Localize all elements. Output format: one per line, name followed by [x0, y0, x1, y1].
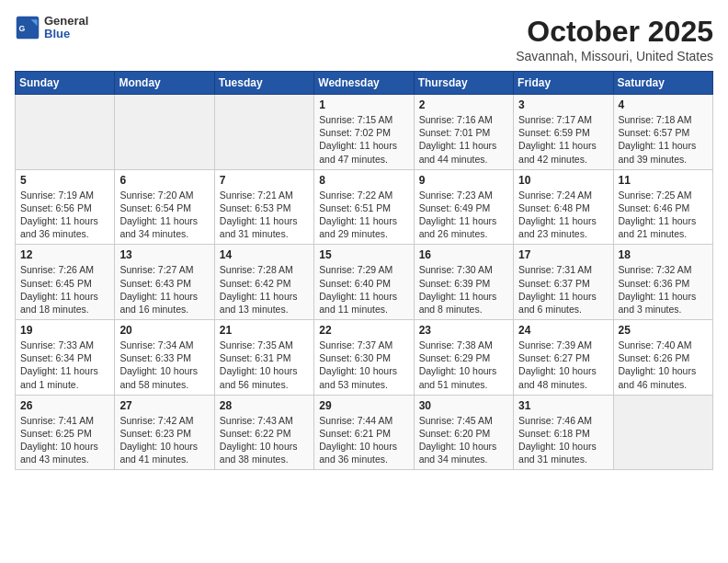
- calendar-week-3: 19Sunrise: 7:33 AM Sunset: 6:34 PM Dayli…: [16, 320, 713, 396]
- calendar-week-2: 12Sunrise: 7:26 AM Sunset: 6:45 PM Dayli…: [16, 245, 713, 320]
- calendar-cell: 5Sunrise: 7:19 AM Sunset: 6:56 PM Daylig…: [16, 169, 115, 245]
- calendar-cell: [115, 95, 214, 170]
- day-info: Sunrise: 7:15 AM Sunset: 7:02 PM Dayligh…: [319, 113, 408, 166]
- calendar-cell: 31Sunrise: 7:46 AM Sunset: 6:18 PM Dayli…: [514, 395, 613, 470]
- day-number: 27: [119, 399, 209, 412]
- calendar-cell: 28Sunrise: 7:43 AM Sunset: 6:22 PM Dayli…: [214, 395, 313, 470]
- day-info: Sunrise: 7:24 AM Sunset: 6:48 PM Dayligh…: [518, 189, 608, 241]
- logo: G General Blue: [15, 15, 88, 41]
- day-number: 7: [220, 174, 309, 187]
- day-number: 10: [518, 174, 608, 187]
- day-info: Sunrise: 7:39 AM Sunset: 6:27 PM Dayligh…: [518, 339, 608, 391]
- day-number: 2: [419, 98, 508, 111]
- day-number: 25: [619, 324, 708, 337]
- header-cell-wednesday: Wednesday: [314, 72, 414, 95]
- calendar-cell: 22Sunrise: 7:37 AM Sunset: 6:30 PM Dayli…: [314, 320, 414, 396]
- calendar-cell: 18Sunrise: 7:32 AM Sunset: 6:36 PM Dayli…: [613, 245, 712, 320]
- day-info: Sunrise: 7:27 AM Sunset: 6:43 PM Dayligh…: [119, 263, 209, 316]
- day-info: Sunrise: 7:32 AM Sunset: 6:36 PM Dayligh…: [619, 263, 708, 316]
- calendar-cell: 23Sunrise: 7:38 AM Sunset: 6:29 PM Dayli…: [414, 320, 513, 396]
- day-number: 19: [20, 324, 109, 337]
- calendar-cell: 15Sunrise: 7:29 AM Sunset: 6:40 PM Dayli…: [314, 245, 414, 320]
- day-number: 9: [419, 174, 508, 187]
- day-info: Sunrise: 7:40 AM Sunset: 6:26 PM Dayligh…: [619, 339, 708, 391]
- header-cell-thursday: Thursday: [414, 72, 513, 95]
- day-number: 24: [518, 324, 608, 337]
- calendar-cell: 19Sunrise: 7:33 AM Sunset: 6:34 PM Dayli…: [16, 320, 115, 396]
- day-number: 4: [619, 98, 708, 111]
- calendar-cell: 7Sunrise: 7:21 AM Sunset: 6:53 PM Daylig…: [214, 169, 313, 245]
- calendar-cell: 4Sunrise: 7:18 AM Sunset: 6:57 PM Daylig…: [613, 95, 712, 170]
- day-info: Sunrise: 7:41 AM Sunset: 6:25 PM Dayligh…: [20, 414, 109, 466]
- day-info: Sunrise: 7:30 AM Sunset: 6:39 PM Dayligh…: [419, 263, 508, 316]
- calendar-week-1: 5Sunrise: 7:19 AM Sunset: 6:56 PM Daylig…: [16, 169, 713, 245]
- logo-line1: General: [44, 15, 88, 28]
- calendar-week-0: 1Sunrise: 7:15 AM Sunset: 7:02 PM Daylig…: [16, 95, 713, 170]
- calendar-cell: 27Sunrise: 7:42 AM Sunset: 6:23 PM Dayli…: [115, 395, 214, 470]
- day-number: 12: [20, 248, 109, 261]
- day-info: Sunrise: 7:43 AM Sunset: 6:22 PM Dayligh…: [220, 414, 309, 466]
- calendar-cell: 14Sunrise: 7:28 AM Sunset: 6:42 PM Dayli…: [214, 245, 313, 320]
- calendar-cell: 20Sunrise: 7:34 AM Sunset: 6:33 PM Dayli…: [115, 320, 214, 396]
- calendar-cell: 25Sunrise: 7:40 AM Sunset: 6:26 PM Dayli…: [613, 320, 712, 396]
- day-info: Sunrise: 7:23 AM Sunset: 6:49 PM Dayligh…: [419, 189, 508, 241]
- day-number: 3: [518, 98, 608, 111]
- page-title: October 2025: [516, 15, 713, 49]
- calendar-cell: [613, 395, 712, 470]
- calendar-cell: [16, 95, 115, 170]
- day-number: 1: [319, 98, 408, 111]
- calendar-cell: 16Sunrise: 7:30 AM Sunset: 6:39 PM Dayli…: [414, 245, 513, 320]
- calendar-table: SundayMondayTuesdayWednesdayThursdayFrid…: [15, 71, 713, 470]
- header-cell-sunday: Sunday: [16, 72, 115, 95]
- calendar-cell: 13Sunrise: 7:27 AM Sunset: 6:43 PM Dayli…: [115, 245, 214, 320]
- calendar-cell: 6Sunrise: 7:20 AM Sunset: 6:54 PM Daylig…: [115, 169, 214, 245]
- day-number: 18: [619, 248, 708, 261]
- calendar-cell: 17Sunrise: 7:31 AM Sunset: 6:37 PM Dayli…: [514, 245, 613, 320]
- day-info: Sunrise: 7:45 AM Sunset: 6:20 PM Dayligh…: [419, 414, 508, 466]
- day-info: Sunrise: 7:29 AM Sunset: 6:40 PM Dayligh…: [319, 263, 408, 316]
- page-header: G General Blue October 2025 Savannah, Mi…: [15, 15, 713, 63]
- day-info: Sunrise: 7:26 AM Sunset: 6:45 PM Dayligh…: [20, 263, 109, 316]
- calendar-cell: 26Sunrise: 7:41 AM Sunset: 6:25 PM Dayli…: [16, 395, 115, 470]
- calendar-cell: 30Sunrise: 7:45 AM Sunset: 6:20 PM Dayli…: [414, 395, 513, 470]
- calendar-cell: 24Sunrise: 7:39 AM Sunset: 6:27 PM Dayli…: [514, 320, 613, 396]
- calendar-cell: 11Sunrise: 7:25 AM Sunset: 6:46 PM Dayli…: [613, 169, 712, 245]
- page-subtitle: Savannah, Missouri, United States: [516, 49, 713, 63]
- day-info: Sunrise: 7:22 AM Sunset: 6:51 PM Dayligh…: [319, 189, 408, 241]
- day-number: 8: [319, 174, 408, 187]
- day-info: Sunrise: 7:38 AM Sunset: 6:29 PM Dayligh…: [419, 339, 508, 391]
- day-number: 29: [319, 399, 408, 412]
- day-number: 11: [619, 174, 708, 187]
- day-info: Sunrise: 7:18 AM Sunset: 6:57 PM Dayligh…: [619, 113, 708, 166]
- day-info: Sunrise: 7:20 AM Sunset: 6:54 PM Dayligh…: [119, 189, 209, 241]
- calendar-cell: 2Sunrise: 7:16 AM Sunset: 7:01 PM Daylig…: [414, 95, 513, 170]
- header-cell-tuesday: Tuesday: [214, 72, 313, 95]
- day-number: 28: [220, 399, 309, 412]
- header-cell-friday: Friday: [514, 72, 613, 95]
- svg-text:G: G: [18, 24, 25, 33]
- calendar-cell: 10Sunrise: 7:24 AM Sunset: 6:48 PM Dayli…: [514, 169, 613, 245]
- day-number: 26: [20, 399, 109, 412]
- day-number: 5: [20, 174, 109, 187]
- day-number: 31: [518, 399, 608, 412]
- calendar-cell: 1Sunrise: 7:15 AM Sunset: 7:02 PM Daylig…: [314, 95, 414, 170]
- logo-line2: Blue: [44, 28, 88, 40]
- header-cell-saturday: Saturday: [613, 72, 712, 95]
- day-number: 22: [319, 324, 408, 337]
- calendar-cell: 29Sunrise: 7:44 AM Sunset: 6:21 PM Dayli…: [314, 395, 414, 470]
- day-number: 14: [220, 248, 309, 261]
- header-cell-monday: Monday: [115, 72, 214, 95]
- day-info: Sunrise: 7:25 AM Sunset: 6:46 PM Dayligh…: [619, 189, 708, 241]
- logo-text: General Blue: [44, 15, 88, 41]
- day-info: Sunrise: 7:28 AM Sunset: 6:42 PM Dayligh…: [220, 263, 309, 316]
- day-info: Sunrise: 7:46 AM Sunset: 6:18 PM Dayligh…: [518, 414, 608, 466]
- calendar-cell: 9Sunrise: 7:23 AM Sunset: 6:49 PM Daylig…: [414, 169, 513, 245]
- day-info: Sunrise: 7:33 AM Sunset: 6:34 PM Dayligh…: [20, 339, 109, 391]
- day-number: 15: [319, 248, 408, 261]
- day-info: Sunrise: 7:16 AM Sunset: 7:01 PM Dayligh…: [419, 113, 508, 166]
- day-number: 21: [220, 324, 309, 337]
- day-number: 20: [119, 324, 209, 337]
- calendar-cell: 8Sunrise: 7:22 AM Sunset: 6:51 PM Daylig…: [314, 169, 414, 245]
- day-number: 6: [119, 174, 209, 187]
- calendar-cell: 21Sunrise: 7:35 AM Sunset: 6:31 PM Dayli…: [214, 320, 313, 396]
